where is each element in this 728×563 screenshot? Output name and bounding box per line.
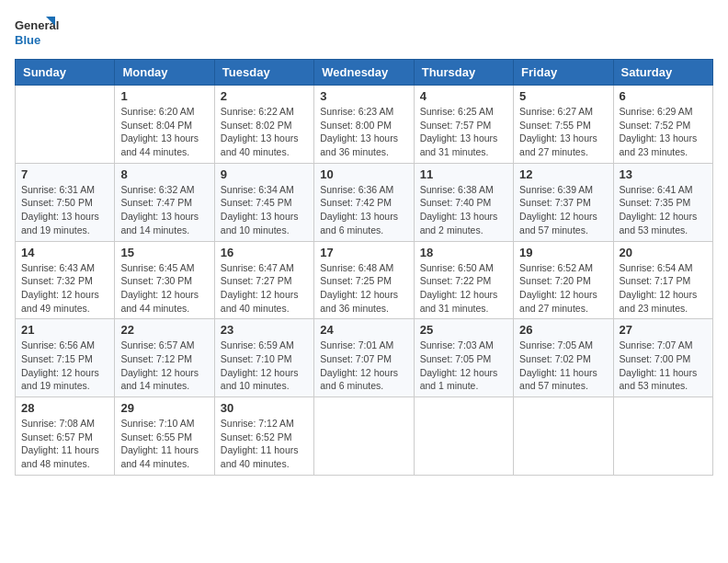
day-info: Sunrise: 6:43 AM Sunset: 7:32 PM Dayligh… [21, 261, 108, 316]
calendar-cell: 26Sunrise: 7:05 AM Sunset: 7:02 PM Dayli… [514, 319, 613, 397]
day-info: Sunrise: 6:23 AM Sunset: 8:00 PM Dayligh… [320, 105, 407, 159]
svg-text:Blue: Blue [15, 33, 40, 47]
day-info: Sunrise: 7:10 AM Sunset: 6:55 PM Dayligh… [120, 417, 208, 471]
day-number: 16 [221, 246, 308, 259]
day-info: Sunrise: 6:22 AM Sunset: 8:02 PM Dayligh… [221, 105, 308, 159]
day-number: 11 [420, 167, 507, 181]
day-info: Sunrise: 6:56 AM Sunset: 7:15 PM Dayligh… [21, 339, 108, 393]
calendar-week-row: 1Sunrise: 6:20 AM Sunset: 8:04 PM Daylig… [16, 86, 713, 164]
calendar-cell: 16Sunrise: 6:47 AM Sunset: 7:27 PM Dayli… [214, 241, 313, 319]
day-number: 8 [120, 167, 208, 181]
day-info: Sunrise: 6:34 AM Sunset: 7:45 PM Dayligh… [221, 183, 308, 237]
day-number: 25 [420, 323, 507, 337]
calendar-cell [613, 397, 712, 476]
day-number: 1 [120, 89, 208, 103]
page-header: GeneralBlue [15, 15, 713, 52]
calendar-cell: 17Sunrise: 6:48 AM Sunset: 7:25 PM Dayli… [314, 241, 414, 319]
calendar-cell: 24Sunrise: 7:01 AM Sunset: 7:07 PM Dayli… [314, 319, 414, 397]
day-info: Sunrise: 6:47 AM Sunset: 7:27 PM Dayligh… [221, 261, 308, 316]
calendar-cell: 22Sunrise: 6:57 AM Sunset: 7:12 PM Dayli… [115, 319, 214, 397]
day-info: Sunrise: 6:25 AM Sunset: 7:57 PM Dayligh… [420, 105, 507, 159]
calendar-cell: 12Sunrise: 6:39 AM Sunset: 7:37 PM Dayli… [514, 163, 613, 241]
day-info: Sunrise: 6:54 AM Sunset: 7:17 PM Dayligh… [620, 261, 707, 316]
day-number: 29 [120, 401, 208, 415]
calendar-cell [414, 397, 513, 476]
calendar-cell [314, 397, 414, 476]
calendar-cell: 14Sunrise: 6:43 AM Sunset: 7:32 PM Dayli… [16, 241, 115, 319]
day-info: Sunrise: 6:32 AM Sunset: 7:47 PM Dayligh… [120, 183, 208, 237]
day-info: Sunrise: 6:59 AM Sunset: 7:10 PM Dayligh… [221, 339, 308, 393]
weekday-header: Saturday [613, 60, 712, 86]
calendar-cell: 6Sunrise: 6:29 AM Sunset: 7:52 PM Daylig… [613, 86, 712, 164]
weekday-header: Tuesday [214, 60, 313, 86]
calendar-cell: 23Sunrise: 6:59 AM Sunset: 7:10 PM Dayli… [214, 319, 313, 397]
calendar-cell: 3Sunrise: 6:23 AM Sunset: 8:00 PM Daylig… [314, 86, 414, 164]
day-info: Sunrise: 6:50 AM Sunset: 7:22 PM Dayligh… [420, 261, 507, 316]
calendar-cell: 11Sunrise: 6:38 AM Sunset: 7:40 PM Dayli… [414, 163, 513, 241]
day-number: 26 [519, 323, 607, 337]
day-number: 3 [320, 89, 407, 103]
day-info: Sunrise: 7:08 AM Sunset: 6:57 PM Dayligh… [21, 417, 108, 471]
day-number: 18 [420, 246, 507, 259]
day-number: 6 [620, 89, 707, 103]
calendar-cell: 13Sunrise: 6:41 AM Sunset: 7:35 PM Dayli… [613, 163, 712, 241]
calendar-cell: 20Sunrise: 6:54 AM Sunset: 7:17 PM Dayli… [613, 241, 712, 319]
calendar-cell: 19Sunrise: 6:52 AM Sunset: 7:20 PM Dayli… [514, 241, 613, 319]
day-info: Sunrise: 6:41 AM Sunset: 7:35 PM Dayligh… [620, 183, 707, 237]
weekday-header-row: SundayMondayTuesdayWednesdayThursdayFrid… [16, 60, 713, 86]
day-info: Sunrise: 7:05 AM Sunset: 7:02 PM Dayligh… [519, 339, 607, 393]
calendar-cell: 25Sunrise: 7:03 AM Sunset: 7:05 PM Dayli… [414, 319, 513, 397]
calendar-week-row: 14Sunrise: 6:43 AM Sunset: 7:32 PM Dayli… [16, 241, 713, 319]
day-number: 21 [21, 323, 108, 337]
calendar-cell: 10Sunrise: 6:36 AM Sunset: 7:42 PM Dayli… [314, 163, 414, 241]
calendar-week-row: 21Sunrise: 6:56 AM Sunset: 7:15 PM Dayli… [16, 319, 713, 397]
calendar-week-row: 28Sunrise: 7:08 AM Sunset: 6:57 PM Dayli… [16, 397, 713, 476]
calendar-cell: 27Sunrise: 7:07 AM Sunset: 7:00 PM Dayli… [613, 319, 712, 397]
day-info: Sunrise: 6:20 AM Sunset: 8:04 PM Dayligh… [120, 105, 208, 159]
day-info: Sunrise: 7:12 AM Sunset: 6:52 PM Dayligh… [221, 417, 308, 471]
day-info: Sunrise: 6:48 AM Sunset: 7:25 PM Dayligh… [320, 261, 407, 316]
calendar-cell: 4Sunrise: 6:25 AM Sunset: 7:57 PM Daylig… [414, 86, 513, 164]
calendar-cell: 18Sunrise: 6:50 AM Sunset: 7:22 PM Dayli… [414, 241, 513, 319]
calendar-cell [514, 397, 613, 476]
day-number: 20 [620, 246, 707, 259]
day-info: Sunrise: 6:36 AM Sunset: 7:42 PM Dayligh… [320, 183, 407, 237]
day-number: 10 [320, 167, 407, 181]
day-number: 12 [519, 167, 607, 181]
day-info: Sunrise: 7:03 AM Sunset: 7:05 PM Dayligh… [420, 339, 507, 393]
day-number: 24 [320, 323, 407, 337]
day-info: Sunrise: 6:45 AM Sunset: 7:30 PM Dayligh… [120, 261, 208, 316]
calendar-cell: 1Sunrise: 6:20 AM Sunset: 8:04 PM Daylig… [115, 86, 214, 164]
day-number: 4 [420, 89, 507, 103]
day-number: 14 [21, 246, 108, 259]
calendar-cell: 29Sunrise: 7:10 AM Sunset: 6:55 PM Dayli… [115, 397, 214, 476]
calendar-week-row: 7Sunrise: 6:31 AM Sunset: 7:50 PM Daylig… [16, 163, 713, 241]
logo: GeneralBlue [15, 15, 61, 52]
calendar-cell: 9Sunrise: 6:34 AM Sunset: 7:45 PM Daylig… [214, 163, 313, 241]
day-number: 5 [519, 89, 607, 103]
day-info: Sunrise: 6:38 AM Sunset: 7:40 PM Dayligh… [420, 183, 507, 237]
day-info: Sunrise: 6:29 AM Sunset: 7:52 PM Dayligh… [620, 105, 707, 159]
calendar-cell: 15Sunrise: 6:45 AM Sunset: 7:30 PM Dayli… [115, 241, 214, 319]
day-info: Sunrise: 6:57 AM Sunset: 7:12 PM Dayligh… [120, 339, 208, 393]
day-info: Sunrise: 6:52 AM Sunset: 7:20 PM Dayligh… [519, 261, 607, 316]
day-info: Sunrise: 6:27 AM Sunset: 7:55 PM Dayligh… [519, 105, 607, 159]
day-number: 7 [21, 167, 108, 181]
day-number: 17 [320, 246, 407, 259]
calendar-cell [16, 86, 115, 164]
calendar-cell: 8Sunrise: 6:32 AM Sunset: 7:47 PM Daylig… [115, 163, 214, 241]
weekday-header: Monday [115, 60, 214, 86]
day-number: 15 [120, 246, 208, 259]
calendar-cell: 5Sunrise: 6:27 AM Sunset: 7:55 PM Daylig… [514, 86, 613, 164]
day-info: Sunrise: 6:31 AM Sunset: 7:50 PM Dayligh… [21, 183, 108, 237]
day-info: Sunrise: 7:07 AM Sunset: 7:00 PM Dayligh… [620, 339, 707, 393]
logo-icon: GeneralBlue [15, 15, 61, 52]
calendar-cell: 2Sunrise: 6:22 AM Sunset: 8:02 PM Daylig… [214, 86, 313, 164]
weekday-header: Friday [514, 60, 613, 86]
weekday-header: Thursday [414, 60, 513, 86]
calendar-cell: 30Sunrise: 7:12 AM Sunset: 6:52 PM Dayli… [214, 397, 313, 476]
weekday-header: Wednesday [314, 60, 414, 86]
calendar-table: SundayMondayTuesdayWednesdayThursdayFrid… [15, 59, 713, 476]
day-number: 22 [120, 323, 208, 337]
day-number: 19 [519, 246, 607, 259]
